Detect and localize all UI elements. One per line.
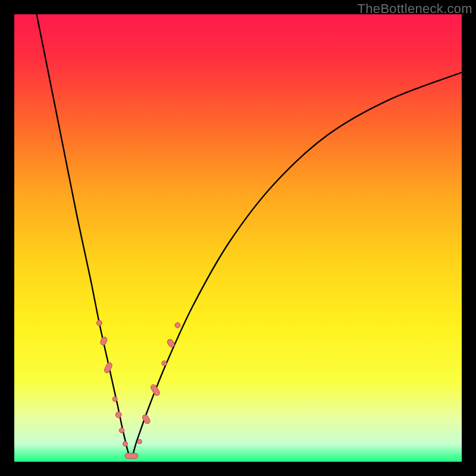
marker-dot (123, 441, 127, 446)
marker-pill (125, 453, 138, 459)
marker-dot (175, 322, 180, 328)
marker-dot (137, 439, 142, 444)
marker-dot (119, 428, 124, 433)
chart-frame (14, 14, 462, 462)
marker-dot (112, 397, 117, 402)
marker-dot (96, 320, 102, 325)
marker-dot (162, 361, 167, 365)
marker-dot (115, 412, 121, 418)
watermark-text: TheBottleneck.com (358, 1, 472, 17)
bottleneck-chart (14, 14, 462, 462)
